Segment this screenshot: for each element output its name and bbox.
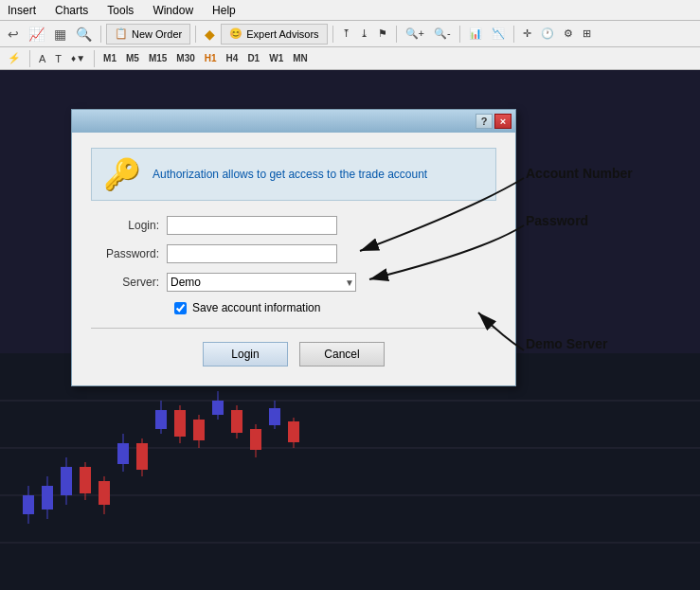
period-mn[interactable]: MN: [289, 52, 312, 64]
period-w1[interactable]: W1: [265, 52, 287, 64]
svg-rect-34: [288, 421, 299, 442]
period-m30[interactable]: M30: [172, 52, 198, 64]
period-d1[interactable]: D1: [243, 52, 263, 64]
svg-rect-6: [23, 495, 34, 514]
dialog-titlebar: ? ×: [72, 110, 515, 133]
toolbar-main: ↩ 📈 ▦ 🔍 📋 New Order ◆ 😊 Expert Advisors …: [0, 21, 700, 47]
bar-chart-btn[interactable]: 📊: [465, 24, 486, 45]
svg-rect-22: [174, 410, 186, 437]
period-m15[interactable]: M15: [145, 52, 171, 64]
save-account-checkbox[interactable]: [174, 302, 187, 314]
svg-rect-32: [269, 408, 280, 425]
server-select-wrapper: Demo ▼: [167, 273, 356, 292]
svg-rect-16: [117, 443, 129, 464]
dialog-close-button[interactable]: ×: [494, 114, 512, 129]
sep3: [332, 26, 333, 43]
menu-charts[interactable]: Charts: [51, 2, 92, 19]
ea-icon: 😊: [229, 27, 242, 40]
server-label: Server:: [91, 276, 167, 289]
expert-advisors-button[interactable]: 😊 Expert Advisors: [221, 24, 327, 45]
cancel-button[interactable]: Cancel: [299, 342, 385, 367]
login-button[interactable]: Login: [203, 342, 288, 367]
password-input[interactable]: [167, 244, 337, 263]
toolbar-periods: ⚡ A T ♦▼ M1 M5 M15 M30 H1 H4 D1 W1 MN: [0, 47, 700, 70]
chart-nav-up[interactable]: ⤒: [338, 24, 354, 45]
diamond-btn[interactable]: ◆: [201, 24, 219, 45]
svg-rect-10: [61, 467, 72, 495]
save-account-label: Save account information: [192, 301, 320, 314]
annotation-account-number: Account Number: [526, 166, 633, 181]
svg-rect-26: [212, 401, 224, 415]
svg-rect-8: [42, 486, 53, 510]
svg-rect-20: [155, 410, 167, 429]
chart-nav-down[interactable]: ⤓: [356, 24, 372, 45]
text-btn[interactable]: T: [51, 48, 65, 69]
order-icon: 📋: [115, 27, 128, 40]
svg-rect-18: [136, 443, 148, 470]
expert-advisors-label: Expert Advisors: [246, 28, 318, 40]
annotation-demo-server: Demo Server: [526, 336, 607, 351]
new-order-label: New Order: [132, 28, 182, 40]
save-info-row: Save account information: [174, 301, 496, 314]
sep1: [100, 26, 101, 43]
chart-type-btn[interactable]: ▦: [50, 24, 70, 45]
candlestick-chart: [0, 353, 700, 590]
dialog-buttons: Login Cancel: [91, 342, 496, 370]
password-row: Password:: [91, 244, 496, 263]
label-btn[interactable]: ♦▼: [67, 48, 89, 69]
dialog-description: Authorization allows to get access to th…: [153, 168, 427, 181]
period-m1[interactable]: M1: [99, 52, 120, 64]
magnify-btn[interactable]: 🔍: [72, 24, 96, 45]
sep6: [513, 26, 514, 43]
svg-rect-24: [193, 420, 205, 440]
line-chart-btn[interactable]: 📉: [488, 24, 509, 45]
dialog-help-button[interactable]: ?: [476, 114, 493, 129]
sep-p1: [29, 50, 30, 67]
crosshair-btn[interactable]: ✛: [519, 24, 535, 45]
period-h1[interactable]: H1: [201, 52, 221, 64]
svg-rect-12: [80, 467, 91, 493]
grid-btn[interactable]: ⊞: [579, 24, 595, 45]
dialog-divider: [91, 328, 496, 329]
password-label: Password:: [91, 247, 167, 260]
clock-btn[interactable]: 🕐: [537, 24, 558, 45]
svg-rect-14: [99, 481, 110, 505]
server-row: Server: Demo ▼: [91, 273, 496, 292]
new-order-button[interactable]: 📋 New Order: [106, 24, 190, 45]
new-chart-btn[interactable]: 📈: [25, 24, 48, 45]
period-icon-btn[interactable]: ⚡: [4, 48, 25, 69]
sep-p2: [94, 50, 95, 67]
key-icon: 🔑: [103, 156, 141, 192]
zoom-out-btn[interactable]: 🔍-: [430, 24, 455, 45]
draw-btn[interactable]: A: [35, 48, 49, 69]
login-label: Login:: [91, 219, 167, 232]
period-m5[interactable]: M5: [122, 52, 143, 64]
svg-rect-0: [0, 353, 700, 590]
dialog-body: 🔑 Authorization allows to get access to …: [72, 133, 515, 385]
dialog-header: 🔑 Authorization allows to get access to …: [91, 148, 496, 201]
menu-window[interactable]: Window: [149, 2, 197, 19]
settings-btn[interactable]: ⚙: [560, 24, 577, 45]
menu-tools[interactable]: Tools: [103, 2, 137, 19]
login-dialog: ? × 🔑 Authorization allows to get access…: [71, 109, 516, 386]
sep5: [459, 26, 460, 43]
sep2: [195, 26, 196, 43]
zoom-in-btn[interactable]: 🔍+: [402, 24, 428, 45]
server-select[interactable]: Demo: [167, 273, 356, 292]
menubar: Insert Charts Tools Window Help: [0, 0, 700, 21]
login-row: Login:: [91, 216, 496, 235]
arrow-btn[interactable]: ↩: [4, 24, 23, 45]
period-h4[interactable]: H4: [223, 52, 242, 64]
login-input[interactable]: [167, 216, 337, 235]
sep4: [396, 26, 397, 43]
menu-insert[interactable]: Insert: [4, 2, 40, 19]
annotation-password: Password: [526, 213, 588, 228]
svg-rect-30: [250, 429, 261, 450]
menu-help[interactable]: Help: [208, 2, 240, 19]
svg-rect-28: [231, 410, 242, 433]
chart-flag[interactable]: ⚑: [374, 24, 391, 45]
